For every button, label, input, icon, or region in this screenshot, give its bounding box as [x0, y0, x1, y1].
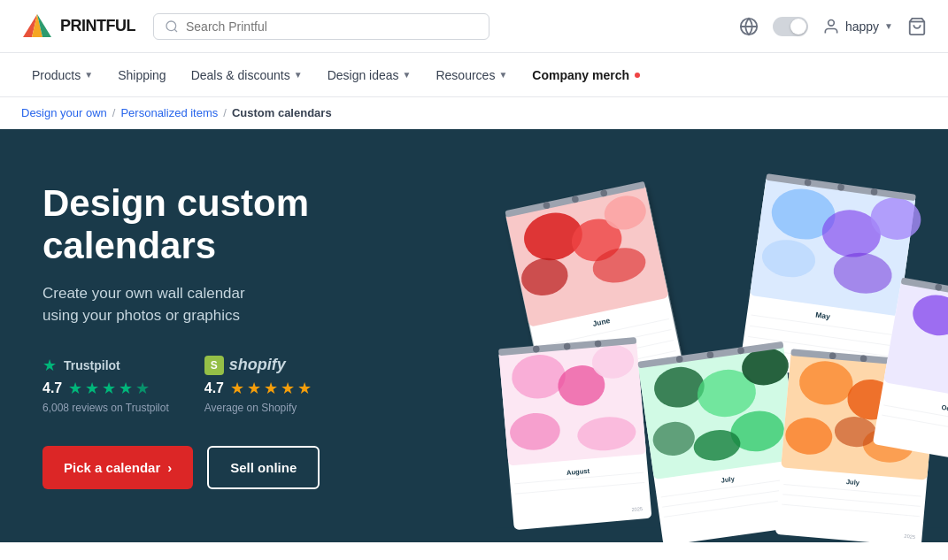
star-icon: ★	[102, 379, 116, 398]
header: PRINTFUL happy ▼	[0, 0, 948, 53]
star-half-icon: ★	[135, 379, 150, 398]
nav-item-resources[interactable]: Resources ▼	[425, 63, 518, 88]
shopify-stars: 4.7 ★ ★ ★ ★ ★	[204, 379, 312, 398]
chevron-down-icon: ▼	[84, 70, 93, 80]
header-right: happy ▼	[739, 17, 927, 36]
nav-label-company-merch: Company merch	[532, 68, 629, 82]
hero-content: Design custom calendars Create your own …	[0, 129, 496, 542]
company-merch-badge	[635, 73, 640, 78]
trustpilot-stars: 4.7 ★ ★ ★ ★ ★	[42, 379, 169, 398]
logo[interactable]: PRINTFUL	[21, 11, 135, 42]
breadcrumb: Design your own / Personalized items / C…	[0, 97, 948, 129]
trustpilot-star-icon: ★	[42, 356, 57, 375]
star-icon: ★	[85, 379, 99, 398]
star-icon: ★	[119, 379, 133, 398]
breadcrumb-link-design-your-own[interactable]: Design your own	[21, 106, 107, 119]
sell-online-button[interactable]: Sell online	[207, 446, 320, 489]
svg-point-5	[829, 19, 835, 26]
search-input[interactable]	[186, 19, 478, 34]
nav-item-design-ideas[interactable]: Design ideas ▼	[317, 63, 422, 88]
svg-point-3	[166, 21, 176, 31]
breadcrumb-separator: /	[112, 106, 116, 119]
nav-label-design-ideas: Design ideas	[328, 68, 399, 82]
main-nav: Products ▼ Shipping Deals & discounts ▼ …	[0, 53, 948, 97]
nav-item-products[interactable]: Products ▼	[21, 63, 104, 88]
hero-section: Design custom calendars Create your own …	[0, 129, 948, 542]
cta-buttons: Pick a calendar › Sell online	[42, 446, 453, 489]
star-icon: ★	[264, 379, 278, 398]
svg-text:2025: 2025	[904, 533, 915, 540]
nav-label-products: Products	[32, 68, 81, 82]
star-icon: ★	[281, 379, 295, 398]
cart-icon[interactable]	[907, 17, 927, 36]
search-icon	[165, 19, 179, 34]
hero-image: June 2025	[496, 129, 948, 542]
star-icon: ★	[230, 379, 244, 398]
trustpilot-reviews-count: 6,008 reviews on Trustpilot	[42, 402, 169, 414]
hero-subtitle: Create your own wall calendarusing your …	[42, 282, 453, 327]
breadcrumb-separator: /	[223, 106, 227, 119]
svg-text:2025: 2025	[631, 506, 643, 512]
nav-label-resources: Resources	[435, 68, 495, 82]
theme-toggle[interactable]	[773, 17, 808, 36]
sell-online-label: Sell online	[230, 460, 297, 475]
shopify-platform: S shopify	[204, 356, 312, 375]
shopify-rating: S shopify 4.7 ★ ★ ★ ★ ★ Average on Shopi…	[204, 356, 312, 414]
trustpilot-label: Trustpilot	[64, 358, 120, 372]
shopify-rating-number: 4.7	[204, 380, 224, 396]
svg-text:July: July	[845, 478, 860, 487]
logo-text: PRINTFUL	[60, 17, 135, 35]
shopify-label: shopify	[229, 356, 286, 374]
shopify-s-icon: S	[204, 356, 224, 375]
printful-logo-icon	[21, 11, 53, 42]
star-icon: ★	[297, 379, 312, 398]
pick-calendar-button[interactable]: Pick a calendar ›	[42, 446, 193, 489]
calendars-illustration: June 2025	[496, 129, 948, 542]
shopify-avg-label: Average on Shopify	[204, 402, 312, 414]
nav-label-shipping: Shipping	[118, 68, 166, 82]
arrow-right-icon: ›	[167, 460, 172, 475]
trustpilot-rating: ★ Trustpilot 4.7 ★ ★ ★ ★ ★ 6,008 reviews…	[42, 356, 169, 414]
user-name: happy	[845, 19, 879, 34]
hero-title: Design custom calendars	[42, 182, 453, 268]
nav-label-deals: Deals & discounts	[191, 68, 290, 82]
nav-item-deals[interactable]: Deals & discounts ▼	[181, 63, 313, 88]
breadcrumb-link-personalized-items[interactable]: Personalized items	[120, 106, 218, 119]
user-icon	[822, 18, 840, 35]
user-chevron-icon: ▼	[884, 21, 893, 31]
search-bar[interactable]	[153, 13, 489, 40]
star-icon: ★	[68, 379, 82, 398]
ratings-row: ★ Trustpilot 4.7 ★ ★ ★ ★ ★ 6,008 reviews…	[42, 356, 453, 414]
chevron-down-icon: ▼	[294, 70, 303, 80]
globe-icon[interactable]	[739, 17, 759, 36]
chevron-down-icon: ▼	[498, 70, 507, 80]
pick-calendar-label: Pick a calendar	[64, 460, 160, 475]
chevron-down-icon: ▼	[403, 70, 412, 80]
nav-item-company-merch[interactable]: Company merch	[521, 63, 651, 88]
star-icon: ★	[247, 379, 261, 398]
nav-item-shipping[interactable]: Shipping	[107, 63, 177, 88]
trustpilot-platform: ★ Trustpilot	[42, 356, 169, 375]
breadcrumb-current: Custom calendars	[232, 106, 332, 119]
trustpilot-rating-number: 4.7	[42, 380, 62, 396]
user-menu[interactable]: happy ▼	[822, 18, 893, 35]
